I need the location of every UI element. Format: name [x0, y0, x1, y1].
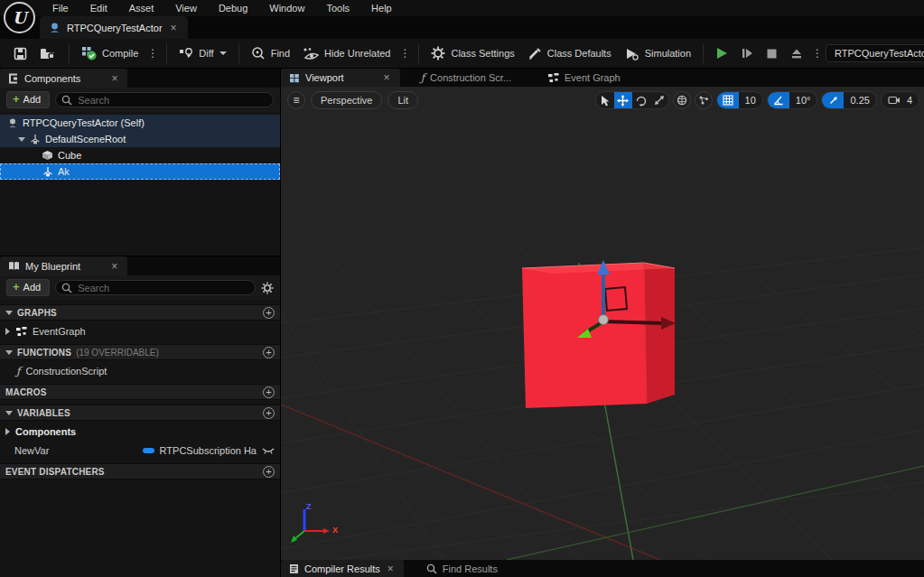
filter-gear-icon[interactable] — [261, 282, 274, 294]
rotation-snap-control[interactable]: 10° — [767, 91, 818, 109]
camera-speed-control[interactable]: 4 — [881, 91, 919, 109]
components-group-label: Components — [15, 426, 76, 437]
tab-rtpcquerytestactor[interactable]: RTPCQueryTestActor × — [40, 16, 188, 39]
event-dispatchers-section-header[interactable]: EVENT DISPATCHERS + — [0, 463, 280, 479]
tree-label: Cube — [58, 150, 81, 161]
variables-section-header[interactable]: VARIABLES + — [0, 405, 280, 421]
tab-viewport[interactable]: Viewport × — [281, 69, 400, 87]
tab-construction-script[interactable]: ƒ Construction Scr... — [413, 69, 519, 87]
debug-object-dropdown[interactable]: RTPCQueryTestActor347 — [826, 44, 924, 62]
tree-row-cube[interactable]: Cube — [0, 147, 280, 163]
simulation-button[interactable]: Simulation — [618, 43, 697, 64]
scale-icon — [654, 95, 665, 106]
tab-compiler-results[interactable]: Compiler Results × — [281, 560, 404, 577]
close-icon[interactable]: × — [109, 260, 119, 273]
eye-closed-icon[interactable] — [262, 447, 275, 455]
scale-tool-button[interactable] — [650, 92, 668, 108]
camera-mode-button[interactable]: Perspective — [311, 91, 382, 109]
surface-snap-icon — [698, 95, 709, 106]
menu-debug[interactable]: Debug — [210, 1, 257, 15]
compile-options-kebab[interactable]: ⋮ — [145, 47, 161, 60]
components-panel-icon — [8, 73, 19, 84]
coordinate-system-button[interactable] — [673, 91, 691, 109]
menu-file[interactable]: File — [43, 1, 78, 15]
tab-event-graph[interactable]: Event Graph — [539, 69, 629, 87]
play-icon — [715, 47, 728, 60]
tree-row-ak[interactable]: Ak — [0, 163, 280, 180]
find-button[interactable]: Find — [245, 42, 296, 64]
menu-tools[interactable]: Tools — [317, 1, 359, 15]
my-blueprint-search-input[interactable] — [55, 280, 256, 295]
section-label: FUNCTIONS — [17, 348, 71, 358]
move-tool-button[interactable] — [614, 92, 632, 108]
tree-row-self[interactable]: RTPCQueryTestActor (Self) — [0, 115, 280, 131]
play-options-kebab[interactable]: ⋮ — [809, 47, 826, 60]
diff-label: Diff — [199, 48, 213, 59]
menu-help[interactable]: Help — [362, 1, 401, 15]
hide-unrelated-button[interactable]: Hide Unrelated — [296, 43, 397, 64]
add-function-button[interactable]: + — [263, 347, 275, 358]
close-icon[interactable]: × — [382, 71, 392, 84]
grid-snap-control[interactable]: 10 — [716, 91, 763, 109]
diff-button[interactable]: Diff — [173, 43, 232, 64]
viewport-icon — [289, 73, 300, 83]
tab-label: Event Graph — [565, 72, 621, 83]
menu-asset[interactable]: Asset — [120, 1, 163, 15]
variable-name: NewVar — [14, 445, 49, 456]
expander-arrow-icon[interactable] — [18, 137, 25, 142]
browse-asset-button[interactable] — [33, 43, 63, 64]
view-mode-button[interactable]: Lit — [387, 91, 418, 109]
tab-my-blueprint[interactable]: My Blueprint × — [0, 256, 127, 275]
viewport-menu-button[interactable]: ≡ — [287, 91, 305, 109]
expander-arrow-icon[interactable] — [5, 428, 10, 435]
graphs-section-header[interactable]: GRAPHS + — [0, 304, 280, 321]
tab-find-results[interactable]: Find Results — [418, 560, 506, 577]
close-icon[interactable]: × — [169, 22, 179, 34]
macros-section-header[interactable]: MACROS + — [0, 384, 280, 400]
perspective-label: Perspective — [321, 95, 372, 106]
menu-view[interactable]: View — [166, 1, 206, 15]
surface-snapping-button[interactable] — [695, 91, 713, 109]
menu-edit[interactable]: Edit — [81, 1, 117, 15]
select-tool-button[interactable] — [596, 92, 614, 108]
add-graph-button[interactable]: + — [263, 307, 275, 319]
add-label: Add — [23, 94, 42, 105]
construction-script-row[interactable]: ƒ ConstructionScript — [0, 363, 280, 379]
add-variable-button[interactable]: + — [263, 407, 275, 419]
cube-mesh[interactable] — [522, 263, 675, 408]
viewport-canvas[interactable]: Z X ≡ Perspective Lit — [281, 87, 924, 560]
tab-label: Components — [24, 73, 80, 84]
hide-unrelated-options-kebab[interactable]: ⋮ — [397, 47, 413, 60]
functions-section-header[interactable]: FUNCTIONS (19 OVERRIDABLE) + — [0, 344, 280, 360]
class-settings-label: Class Settings — [451, 48, 514, 59]
rotate-tool-button[interactable] — [632, 92, 650, 108]
tree-row-defaultsceneroot[interactable]: DefaultSceneRoot — [0, 131, 280, 147]
variable-row-newvar[interactable]: NewVar RTPCSubscription Ha — [0, 442, 280, 459]
save-button[interactable] — [7, 43, 33, 64]
variables-components-group[interactable]: Components — [0, 423, 280, 440]
tab-components[interactable]: Components × — [0, 69, 127, 88]
add-event-dispatcher-button[interactable]: + — [263, 466, 275, 478]
menu-window[interactable]: Window — [260, 1, 313, 15]
tab-label: My Blueprint — [25, 261, 80, 272]
class-settings-button[interactable]: Class Settings — [425, 42, 520, 64]
class-defaults-button[interactable]: Class Defaults — [521, 43, 618, 64]
frame-skip-button[interactable] — [734, 43, 760, 63]
add-component-button[interactable]: + Add — [6, 91, 50, 108]
hide-unrelated-eye-icon — [303, 47, 319, 60]
stop-button[interactable] — [760, 44, 784, 63]
play-button[interactable] — [709, 43, 734, 63]
plus-icon: + — [13, 283, 20, 292]
expander-arrow-icon[interactable] — [5, 328, 10, 335]
components-search-input[interactable] — [55, 92, 274, 107]
plus-icon: + — [13, 95, 20, 104]
compiler-results-icon — [289, 563, 299, 574]
add-blueprint-item-button[interactable]: + Add — [6, 279, 50, 296]
close-icon[interactable]: × — [386, 563, 396, 575]
close-icon[interactable]: × — [109, 72, 119, 85]
eject-button[interactable] — [784, 44, 809, 63]
scale-snap-control[interactable]: 0.25 — [821, 91, 876, 109]
compile-button[interactable]: Compile — [75, 42, 145, 64]
add-macro-button[interactable]: + — [263, 386, 275, 398]
event-graph-row[interactable]: EventGraph — [0, 323, 280, 340]
